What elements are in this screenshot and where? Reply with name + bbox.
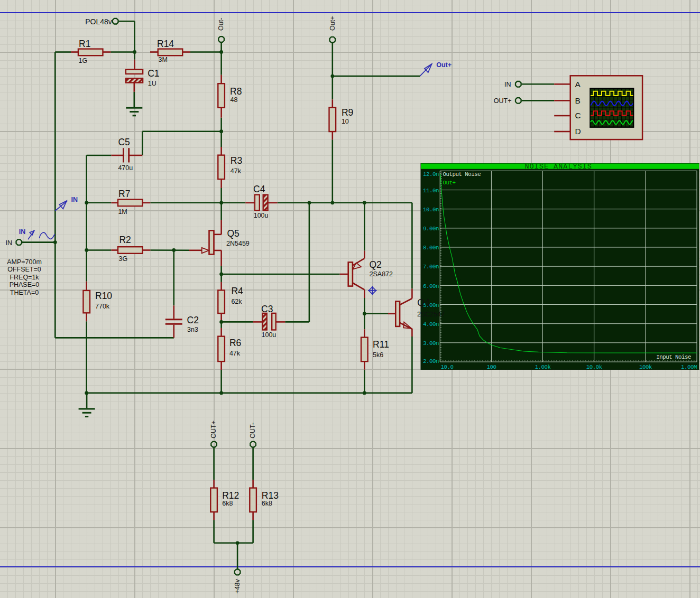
svg-text:2SC2547: 2SC2547 [417, 311, 445, 318]
svg-text:Q5: Q5 [227, 228, 240, 239]
svg-text:R1: R1 [79, 39, 90, 49]
svg-text:R2: R2 [119, 235, 131, 245]
svg-text:R14: R14 [157, 39, 174, 49]
svg-text:100u: 100u [254, 212, 269, 219]
svg-text:OUT+: OUT+ [210, 421, 217, 438]
svg-text:OUT-: OUT- [249, 423, 256, 438]
svg-text:3.00n: 3.00n [423, 340, 439, 347]
svg-text:47k: 47k [229, 350, 241, 357]
svg-text:10.0k: 10.0k [586, 364, 602, 370]
svg-text:C4: C4 [253, 184, 265, 194]
svg-text:11.0n: 11.0n [423, 188, 439, 194]
svg-text:OFFSET=0: OFFSET=0 [7, 266, 41, 273]
svg-text:IN: IN [6, 239, 13, 247]
svg-text:3G: 3G [119, 255, 128, 263]
svg-text:470u: 470u [118, 164, 133, 172]
svg-text:100u: 100u [262, 331, 277, 339]
svg-text:1M: 1M [118, 208, 127, 216]
svg-text:7.00n: 7.00n [423, 264, 439, 270]
svg-text:2SA872: 2SA872 [370, 270, 393, 278]
svg-text:6k8: 6k8 [262, 500, 272, 507]
svg-text:C: C [575, 111, 581, 120]
svg-text:D: D [575, 127, 581, 136]
svg-text:FREQ=1k: FREQ=1k [10, 274, 39, 281]
svg-text:C2: C2 [187, 315, 199, 325]
svg-text:Out+: Out+ [443, 180, 456, 186]
svg-text:Q4: Q4 [417, 297, 430, 308]
svg-text:5k6: 5k6 [373, 351, 383, 359]
svg-text:12.0n: 12.0n [423, 171, 439, 177]
svg-text:A: A [575, 80, 581, 89]
svg-text:100k: 100k [639, 364, 652, 370]
svg-text:C1: C1 [148, 68, 159, 79]
svg-text:10.0: 10.0 [441, 364, 454, 370]
svg-text:4.00n: 4.00n [423, 321, 439, 328]
svg-text:R7: R7 [118, 189, 130, 199]
svg-text:AMP=700m: AMP=700m [7, 258, 42, 266]
svg-text:Out-: Out- [217, 18, 225, 31]
svg-text:POL48v: POL48v [85, 17, 112, 26]
svg-text:R4: R4 [231, 286, 243, 296]
svg-text:Input Noise: Input Noise [656, 354, 691, 360]
svg-text:6.00n: 6.00n [423, 283, 439, 289]
svg-text:R9: R9 [342, 107, 353, 118]
svg-text:1U: 1U [148, 80, 156, 87]
svg-text:Out+: Out+ [329, 16, 336, 31]
svg-text:R8: R8 [230, 86, 242, 97]
svg-text:8.00n: 8.00n [423, 245, 439, 251]
svg-text:2.00n: 2.00n [423, 358, 439, 365]
svg-text:R3: R3 [231, 155, 242, 166]
svg-text:R11: R11 [373, 339, 389, 350]
svg-text:10: 10 [342, 118, 349, 125]
svg-text:100: 100 [486, 364, 496, 370]
svg-text:1.00k: 1.00k [535, 364, 551, 370]
svg-text:C5: C5 [118, 137, 130, 147]
svg-text:C3: C3 [261, 304, 273, 314]
svg-text:2N5459: 2N5459 [226, 240, 250, 247]
svg-text:IN: IN [71, 196, 78, 203]
svg-text:B: B [575, 96, 581, 105]
svg-text:Q2: Q2 [370, 259, 382, 270]
svg-text:62k: 62k [231, 298, 242, 305]
svg-text:10.0n: 10.0n [423, 207, 439, 213]
svg-text:9.00n: 9.00n [423, 226, 439, 232]
svg-text:R6: R6 [229, 338, 241, 348]
svg-text:6k8: 6k8 [222, 500, 233, 507]
svg-text:OUT+: OUT+ [494, 97, 512, 105]
svg-text:IN: IN [504, 81, 511, 88]
svg-text:1.00M: 1.00M [681, 364, 697, 370]
svg-text:R10: R10 [95, 291, 112, 301]
svg-text:3M: 3M [159, 56, 168, 63]
svg-text:+48v: +48v [234, 578, 241, 593]
svg-text:1G: 1G [79, 57, 88, 64]
svg-text:770k: 770k [95, 303, 110, 310]
svg-text:Output Noise: Output Noise [443, 171, 481, 177]
svg-text:PHASE=0: PHASE=0 [10, 281, 40, 288]
svg-text:48: 48 [231, 96, 238, 104]
svg-text:Out+: Out+ [436, 61, 452, 69]
svg-text:THETA=0: THETA=0 [10, 289, 39, 296]
svg-text:IN: IN [19, 228, 26, 236]
svg-text:NOISE ANALYSIS: NOISE ANALYSIS [524, 163, 592, 171]
svg-text:47k: 47k [231, 167, 242, 175]
svg-text:3n3: 3n3 [187, 326, 198, 333]
